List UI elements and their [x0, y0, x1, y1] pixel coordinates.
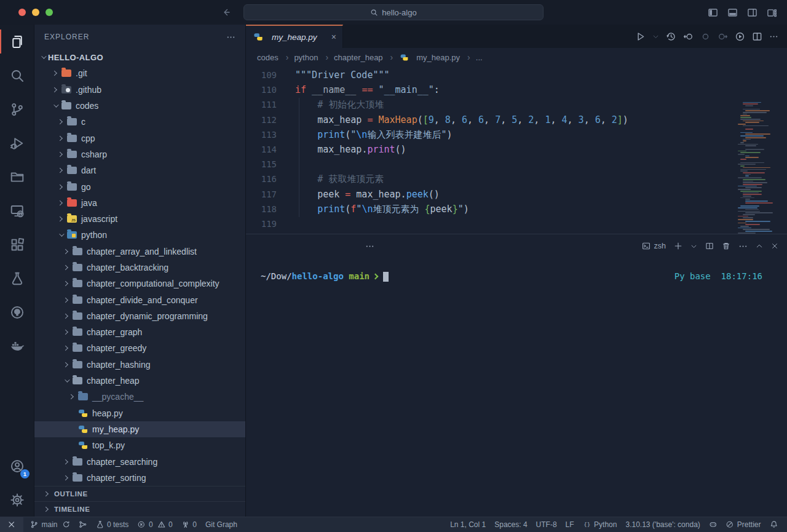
status-item[interactable]: 3.10.13 ('base': conda)	[621, 517, 704, 532]
tree-item[interactable]: chapter_graph	[34, 324, 245, 340]
tree-item[interactable]: cpp	[34, 130, 245, 146]
code-line[interactable]: 111 # 初始化大顶堆	[246, 97, 787, 112]
code-line[interactable]: 116 # 获取堆顶元素	[246, 172, 787, 186]
code-line[interactable]: 118 print(f"\n堆顶元素为 {peek}")	[246, 202, 787, 216]
code-editor[interactable]: 109"""Driver Code"""110if __name__ == "_…	[246, 66, 787, 234]
tree-item[interactable]: go	[34, 178, 245, 194]
activity-github[interactable]	[0, 295, 34, 329]
status-item[interactable]: Spaces: 4	[490, 517, 531, 532]
next-change-icon[interactable]	[718, 31, 728, 42]
tree-item[interactable]: c	[34, 114, 245, 130]
activity-search[interactable]	[0, 58, 34, 92]
activity-source-control[interactable]	[0, 92, 34, 126]
more-panel-tabs-icon[interactable]	[365, 242, 374, 251]
tree-item[interactable]: csharp	[34, 146, 245, 162]
tree-item[interactable]: .github	[34, 82, 245, 98]
status-item[interactable]: 0	[177, 517, 201, 532]
status-item[interactable]: Git Graph	[201, 517, 242, 532]
tree-item[interactable]: chapter_greedy	[34, 340, 245, 356]
status-item[interactable]: Prettier	[721, 517, 765, 532]
activity-docker[interactable]	[0, 329, 34, 363]
tree-item[interactable]: chapter_hashing	[34, 357, 245, 373]
split-terminal-icon[interactable]	[705, 242, 714, 250]
more-terminal-actions-icon[interactable]	[738, 242, 748, 251]
command-center-search[interactable]: hello-algo	[243, 4, 544, 20]
activity-extensions[interactable]	[0, 228, 34, 261]
status-item[interactable]	[765, 517, 783, 532]
code-line[interactable]: 112 max_heap = MaxHeap([9, 8, 6, 6, 7, 5…	[246, 113, 787, 127]
customize-layout-icon[interactable]	[767, 7, 777, 18]
code-line[interactable]: 117 peek = max_heap.peek()	[246, 187, 787, 202]
shell-selector[interactable]: zsh	[642, 242, 666, 250]
tree-item[interactable]: top_k.py	[34, 437, 245, 453]
status-item[interactable]: Ln 1, Col 1	[446, 517, 490, 532]
status-item[interactable]: LF	[561, 517, 579, 532]
tree-item[interactable]: my_heap.py	[34, 421, 245, 437]
previous-change-icon[interactable]	[683, 31, 694, 42]
change-marker-icon[interactable]	[700, 31, 711, 42]
breadcrumb-item[interactable]: chapter_heap	[334, 52, 397, 62]
tree-item[interactable]: chapter_divide_and_conquer	[34, 292, 245, 308]
tree-item[interactable]: codes	[34, 98, 245, 114]
tree-item[interactable]: chapter_array_and_linkedlist	[34, 244, 245, 260]
status-item[interactable]: 0	[133, 517, 157, 532]
close-panel-icon[interactable]	[771, 242, 778, 250]
tree-item[interactable]: chapter_searching	[34, 453, 245, 469]
code-line[interactable]: 109"""Driver Code"""	[246, 68, 787, 82]
tree-item[interactable]: .git	[34, 65, 245, 81]
tree-item[interactable]: HELLO-ALGO	[34, 49, 245, 65]
timeline-history-icon[interactable]	[666, 31, 676, 42]
status-item[interactable]	[74, 517, 92, 532]
status-item[interactable]	[62, 517, 75, 532]
code-line[interactable]: 119	[246, 216, 787, 231]
code-line[interactable]: 113 print("\n输入列表并建堆后")	[246, 127, 787, 142]
tree-item[interactable]: chapter_backtracking	[34, 260, 245, 276]
sidebar-section-header[interactable]: OUTLINE	[34, 486, 245, 501]
run-dropdown-chevron-icon[interactable]	[652, 33, 659, 40]
tree-item[interactable]: chapter_heap	[34, 373, 245, 389]
more-actions-icon[interactable]	[226, 33, 235, 42]
close-window-button[interactable]	[18, 9, 26, 16]
activity-settings[interactable]	[0, 483, 34, 517]
code-line[interactable]: 115	[246, 157, 787, 172]
tree-item[interactable]: heap.py	[34, 405, 245, 421]
tree-item[interactable]: __pycache__	[34, 389, 245, 405]
code-line[interactable]: 114 max_heap.print()	[246, 142, 787, 157]
tree-item[interactable]: chapter_dynamic_programming	[34, 308, 245, 324]
toggle-sidebar-right-icon[interactable]	[747, 7, 757, 18]
minimap[interactable]	[737, 100, 776, 234]
activity-testing[interactable]	[0, 261, 34, 295]
status-item[interactable]	[0, 517, 23, 532]
terminal[interactable]: ~/Dow/hello-algo main Py base 18:17:16	[246, 258, 787, 517]
activity-run-debug[interactable]	[0, 126, 34, 160]
back-arrow-icon[interactable]	[221, 7, 231, 17]
status-item[interactable]: 0	[157, 517, 177, 532]
code-line[interactable]: 110if __name__ == "__main__":	[246, 82, 787, 97]
breadcrumb-item[interactable]: codes	[257, 52, 293, 62]
toggle-sidebar-left-icon[interactable]	[708, 7, 718, 18]
tree-item[interactable]: javascript	[34, 211, 245, 227]
close-tab-icon[interactable]: ×	[331, 33, 336, 41]
toggle-panel-icon[interactable]	[727, 7, 738, 18]
activity-explorer[interactable]	[0, 25, 34, 58]
activity-project-manager[interactable]	[0, 160, 34, 194]
breadcrumb-item[interactable]: python	[294, 52, 333, 62]
run-python-file-icon[interactable]	[635, 31, 646, 42]
status-item[interactable]	[705, 517, 722, 532]
status-item[interactable]: 0 tests	[92, 517, 133, 532]
minimize-window-button[interactable]	[32, 9, 39, 16]
tree-item[interactable]: java	[34, 195, 245, 211]
new-terminal-icon[interactable]	[674, 242, 682, 250]
status-item[interactable]: main	[26, 517, 62, 532]
tree-item[interactable]: dart	[34, 162, 245, 178]
more-actions-icon[interactable]	[769, 32, 778, 41]
activity-remote-explorer[interactable]	[0, 194, 34, 228]
maximize-window-button[interactable]	[45, 9, 53, 16]
sidebar-section-header[interactable]: TIMELINE	[34, 501, 245, 517]
tree-item[interactable]: chapter_computational_complexity	[34, 276, 245, 292]
tree-item[interactable]: chapter_sorting	[34, 470, 245, 486]
breadcrumb-item[interactable]: ...	[476, 53, 483, 62]
terminal-dropdown-icon[interactable]	[690, 243, 697, 250]
run-below-icon[interactable]	[735, 31, 745, 42]
breadcrumb-item[interactable]: my_heap.py	[398, 52, 475, 62]
